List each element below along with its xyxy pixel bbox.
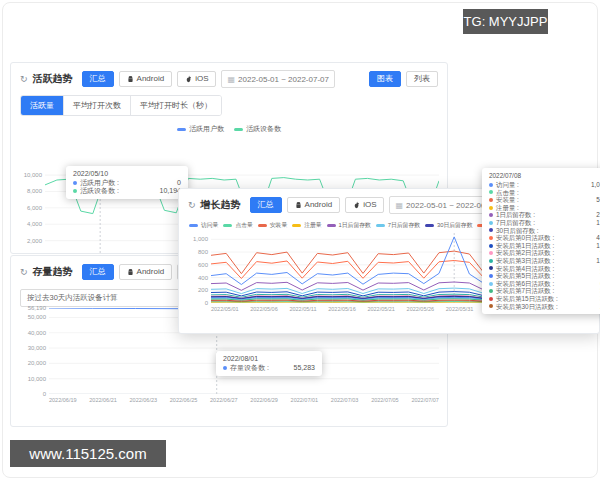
tooltip-row: 活跃用户数0	[73, 179, 181, 187]
tooltip-row: 7日后留存数197	[489, 219, 600, 227]
legend-item[interactable]: 1日后留存数	[327, 221, 371, 230]
series-dot-icon	[489, 221, 493, 225]
series-dot-icon	[489, 236, 493, 240]
legend-marker-icon	[223, 224, 232, 227]
series-dot-icon	[489, 282, 493, 286]
active-legend: 活跃用户数活跃设备数	[11, 124, 447, 134]
series-dot-icon	[73, 181, 77, 185]
metric-tab[interactable]: 平均打开次数	[64, 96, 131, 115]
legend-item[interactable]: 7日后留存数	[376, 221, 420, 230]
tooltip-row: 1日后留存数256	[489, 211, 600, 219]
tooltip-row: 安装后第7日活跃数57	[489, 287, 600, 295]
active-chart-tooltip: 2022/05/10 活跃用户数0活跃设备数10,194	[66, 166, 188, 199]
series-dot-icon	[489, 190, 493, 194]
tooltip-row: 存量设备数55,283	[223, 364, 315, 372]
apple-icon	[185, 75, 192, 83]
series-dot-icon	[489, 266, 493, 270]
metric-tab[interactable]: 活跃量	[21, 96, 64, 115]
platform-ios-button[interactable]: iOS	[177, 71, 216, 87]
series-dot-icon	[489, 289, 493, 293]
legend-marker-icon	[376, 224, 385, 227]
stock-y-axis: 56,19050,00040,00030,00020,00010,0000	[19, 308, 49, 394]
platform-android-button[interactable]: Android	[287, 197, 341, 213]
metric-tab[interactable]: 平均打开时长（秒）	[131, 96, 221, 115]
stock-x-axis: 2022/06/192022/06/212022/06/232022/06/25…	[49, 397, 439, 403]
platform-summary-button[interactable]: 汇总	[82, 71, 114, 87]
tooltip-row: 点击量10	[489, 189, 600, 197]
legend-marker-icon	[327, 224, 336, 227]
tooltip-row: 访问量1,039	[489, 181, 600, 189]
view-chart-button[interactable]: 图表	[369, 71, 401, 87]
series-dot-icon	[489, 251, 493, 255]
platform-summary-button[interactable]: 汇总	[82, 264, 114, 280]
site-watermark: www.115125.com	[10, 440, 166, 467]
active-y-axis: 10,0008,0006,0004,0002,0000	[19, 171, 45, 257]
panel-title-active: 活跃趋势	[33, 72, 73, 86]
series-dot-icon	[489, 259, 493, 263]
platform-android-button[interactable]: Android	[119, 71, 173, 87]
legend-marker-icon	[234, 128, 243, 131]
calc-method-select[interactable]: 按过去30天内活跃设备计算 ∨	[20, 289, 202, 307]
growth-chart-tooltip: 2022/07/08 访问量1,039点击量10安装量513注册量01日后留存数…	[482, 168, 600, 314]
tg-watermark: TG: MYYJJPP	[463, 9, 548, 34]
platform-summary-button[interactable]: 汇总	[250, 197, 282, 213]
tooltip-row: 安装后第4日活跃数89	[489, 265, 600, 273]
legend-marker-icon	[177, 128, 186, 131]
legend-marker-icon	[425, 224, 434, 227]
legend-marker-icon	[189, 224, 198, 227]
series-dot-icon	[489, 198, 493, 202]
tooltip-row: 安装后第15日活跃数37	[489, 295, 600, 303]
tooltip-row: 安装后第2日活跃数93	[489, 249, 600, 257]
panel-title-stock: 存量趋势	[33, 265, 73, 279]
series-dot-icon	[73, 189, 77, 193]
series-dot-icon	[223, 366, 227, 370]
tooltip-row: 注册量0	[489, 204, 600, 212]
android-icon	[127, 268, 134, 276]
legend-item[interactable]: 30日后留存数	[425, 221, 472, 230]
panel-title-growth: 增长趋势	[201, 198, 241, 212]
series-dot-icon	[489, 228, 493, 232]
tooltip-row: 安装后第30日活跃数25	[489, 303, 600, 311]
refresh-icon[interactable]: ↻	[20, 74, 28, 84]
series-dot-icon	[489, 183, 493, 187]
metric-tabs: 活跃量平均打开次数平均打开时长（秒）	[20, 95, 222, 116]
legend-item[interactable]: 安装量	[258, 221, 287, 230]
growth-y-axis: 1,0008006004002000	[187, 233, 211, 303]
tooltip-row: 安装后第0日活跃数440	[489, 234, 600, 242]
calendar-icon: ▦	[227, 75, 235, 84]
legend-item[interactable]: 点击量	[223, 221, 252, 230]
platform-ios-button[interactable]: iOS	[345, 197, 384, 213]
tooltip-row: 安装后第1日活跃数142	[489, 242, 600, 250]
platform-android-button[interactable]: Android	[119, 264, 173, 280]
android-icon	[127, 75, 134, 83]
series-dot-icon	[489, 213, 493, 217]
tooltip-row: 安装后第3日活跃数120	[489, 257, 600, 265]
stock-chart-tooltip: 2022/08/01 存量设备数55,283	[216, 351, 322, 376]
tooltip-row: 30日后留存数87	[489, 227, 600, 235]
tooltip-row: 安装后第5日活跃数72	[489, 272, 600, 280]
series-dot-icon	[489, 206, 493, 210]
tooltip-row: 安装量513	[489, 196, 600, 204]
series-dot-icon	[489, 304, 493, 308]
legend-item[interactable]: 活跃设备数	[234, 124, 281, 134]
refresh-icon[interactable]: ↻	[188, 200, 196, 210]
legend-item[interactable]: 活跃用户数	[177, 124, 224, 134]
date-range-picker[interactable]: ▦ 2022-05-01 ~ 2022-07-07	[221, 70, 335, 88]
series-dot-icon	[489, 244, 493, 248]
series-dot-icon	[489, 297, 493, 301]
series-dot-icon	[489, 274, 493, 278]
apple-icon	[353, 201, 360, 209]
legend-marker-icon	[292, 224, 301, 227]
calendar-icon: ▦	[395, 201, 403, 210]
tooltip-row: 安装后第6日活跃数63	[489, 280, 600, 288]
view-list-button[interactable]: 列表	[406, 71, 438, 87]
active-header: ↻ 活跃趋势 汇总 Android iOS ▦ 2022-05-01 ~ 202…	[11, 63, 447, 91]
legend-item[interactable]: 访问量	[189, 221, 218, 230]
refresh-icon[interactable]: ↻	[20, 267, 28, 277]
legend-item[interactable]: 注册量	[292, 221, 321, 230]
legend-marker-icon	[258, 224, 267, 227]
android-icon	[295, 201, 302, 209]
tooltip-row: 活跃设备数10,194	[73, 187, 181, 195]
